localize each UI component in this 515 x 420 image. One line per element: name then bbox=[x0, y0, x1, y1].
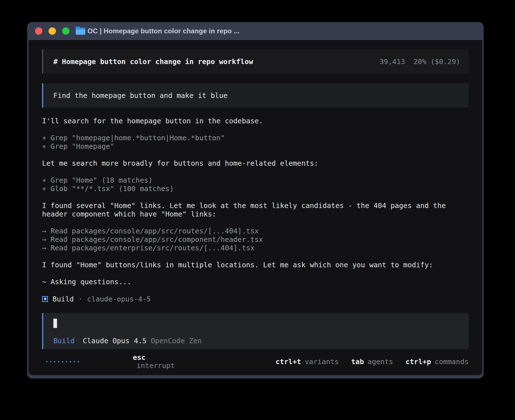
session-title: # Homepage button color change in repo w… bbox=[53, 58, 253, 66]
transcript-line bbox=[42, 125, 469, 134]
app-window: OC | Homepage button color change in rep… bbox=[27, 22, 484, 379]
hint-label: commands bbox=[435, 358, 469, 366]
hint-label: variants bbox=[305, 358, 339, 366]
hint-label: agents bbox=[368, 358, 393, 366]
spinner-dot bbox=[78, 361, 79, 362]
hint-commands: ctrl+pcommands bbox=[405, 358, 469, 366]
transcript-line: header component which have "Home" links… bbox=[42, 210, 469, 218]
input-agent-label: Build bbox=[53, 337, 75, 345]
user-message-text: Find the homepage button and make it blu… bbox=[53, 91, 228, 100]
transcript-line: I found several "Home" links. Let me loo… bbox=[42, 202, 469, 210]
spinner-dot bbox=[66, 361, 67, 362]
transcript-line bbox=[42, 269, 469, 278]
transcript-line bbox=[42, 252, 469, 261]
session-header: # Homepage button color change in repo w… bbox=[42, 49, 469, 74]
user-message-block: Find the homepage button and make it blu… bbox=[42, 83, 469, 108]
spinner-dot bbox=[62, 361, 63, 362]
transcript-lines: I'll search for the homepage button in t… bbox=[42, 117, 469, 295]
spinner-dot bbox=[54, 361, 55, 362]
transcript-line: ∗ Grep "Home" (18 matches) bbox=[42, 176, 469, 185]
input-provider-label: OpenCode Zen bbox=[151, 337, 202, 345]
transcript-line: ~ Asking questions... bbox=[42, 278, 469, 286]
transcript-line: → Read packages/console/app/src/componen… bbox=[42, 235, 469, 244]
agent-name: Build bbox=[53, 295, 74, 303]
status-bar-right: ctrl+tvariantstabagentsctrl+pcommands bbox=[276, 358, 469, 366]
context-percent: 20% bbox=[413, 58, 426, 66]
agent-model: claude-opus-4-5 bbox=[87, 295, 151, 303]
transcript-line: Let me search more broadly for buttons a… bbox=[42, 159, 469, 168]
transcript-line bbox=[42, 286, 469, 295]
hint-agents: tabagents bbox=[351, 358, 393, 366]
transcript-line bbox=[42, 151, 469, 159]
status-bar: esc interrupt ctrl+tvariantstabagentsctr… bbox=[42, 349, 469, 374]
hint-key: ctrl+t bbox=[276, 358, 301, 366]
transcript-line bbox=[42, 193, 469, 202]
dot-separator: · bbox=[78, 295, 82, 303]
hint-key: esc bbox=[133, 353, 146, 362]
transcript-line: → Read packages/console/app/src/routes/[… bbox=[42, 227, 469, 235]
transcript-line bbox=[42, 168, 469, 176]
folder-icon bbox=[76, 27, 85, 35]
hint-interrupt: esc interrupt bbox=[90, 345, 175, 375]
hint-key: ctrl+p bbox=[405, 358, 431, 366]
spinner-dot bbox=[58, 361, 59, 362]
transcript-line: ∗ Grep "homepage|home.*button|Home.*butt… bbox=[42, 134, 469, 142]
status-bar-left: esc interrupt bbox=[42, 345, 175, 375]
traffic-lights bbox=[35, 27, 69, 35]
transcript-line: I found "Home" buttons/links in multiple… bbox=[42, 261, 469, 269]
window-title: OC | Homepage button color change in rep… bbox=[88, 27, 239, 35]
hint-label: interrupt bbox=[137, 362, 175, 370]
spinner-dot bbox=[70, 361, 71, 362]
agent-status-row: Build · claude-opus-4-5 bbox=[42, 295, 469, 303]
terminal-content: # Homepage button color change in repo w… bbox=[29, 40, 482, 375]
agent-badge-icon bbox=[42, 296, 48, 302]
spinner-dot bbox=[46, 361, 47, 362]
prompt-input[interactable]: Build Claude Opus 4.5 OpenCode Zen bbox=[42, 313, 469, 349]
session-stats: 39,413 20% ($0.29) bbox=[379, 58, 460, 66]
transcript-line: I'll search for the homepage button in t… bbox=[42, 117, 469, 125]
transcript-line bbox=[42, 218, 469, 227]
spinner-dots bbox=[46, 361, 79, 362]
hint-variants: ctrl+tvariants bbox=[276, 358, 339, 366]
titlebar: OC | Homepage button color change in rep… bbox=[27, 22, 484, 40]
transcript: I'll search for the homepage button in t… bbox=[42, 117, 469, 303]
spinner-dot bbox=[50, 361, 51, 362]
maximize-button[interactable] bbox=[62, 27, 69, 35]
text-cursor bbox=[53, 319, 57, 328]
transcript-line: ∗ Grep "Homepage" bbox=[42, 142, 469, 151]
minimize-button[interactable] bbox=[49, 27, 56, 35]
hint-key: tab bbox=[351, 358, 364, 366]
spinner-dot bbox=[74, 361, 75, 362]
input-status-line: Build Claude Opus 4.5 OpenCode Zen bbox=[53, 337, 459, 345]
transcript-line: ∗ Glob "**/*.tsx" (100 matches) bbox=[42, 185, 469, 193]
session-cost: ($0.29) bbox=[431, 58, 460, 66]
close-button[interactable] bbox=[35, 27, 42, 35]
transcript-line: → Read packages/enterprise/src/routes/[.… bbox=[42, 244, 469, 252]
token-count: 39,413 bbox=[379, 58, 405, 66]
input-model-label: Claude Opus 4.5 bbox=[83, 337, 147, 345]
